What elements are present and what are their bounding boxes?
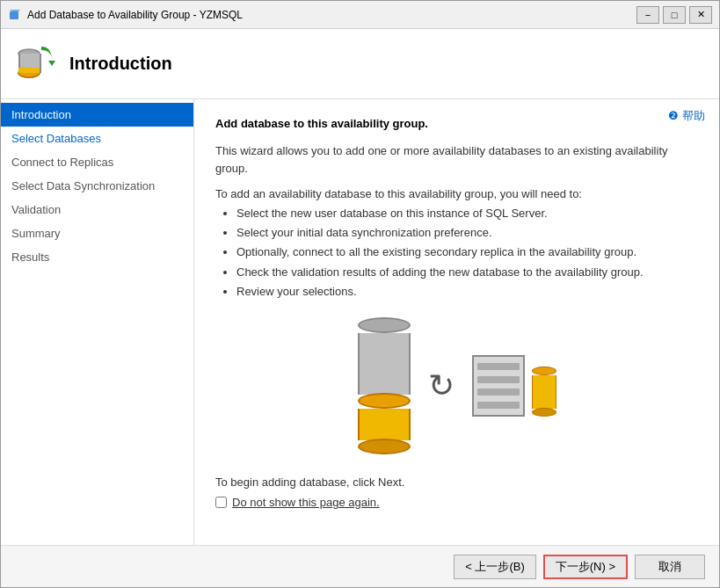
- intro-text: This wizard allows you to add one or mor…: [215, 142, 698, 177]
- content-area: Introduction Select Databases Connect to…: [1, 99, 719, 545]
- title-bar: Add Database to Availability Group - YZM…: [1, 1, 719, 29]
- target-cyl-body: [532, 375, 556, 409]
- svg-marker-1: [10, 10, 20, 11]
- dont-show-checkbox[interactable]: [215, 497, 227, 508]
- help-link[interactable]: ❷ 帮助: [668, 108, 705, 124]
- window-title: Add Database to Availability Group - YZM…: [27, 9, 636, 21]
- header-title: Introduction: [69, 54, 172, 74]
- sidebar: Introduction Select Databases Connect to…: [1, 99, 194, 545]
- server-box: [472, 355, 525, 417]
- sync-arrow-icon: ↻: [428, 367, 455, 404]
- next-button[interactable]: 下一步(N) >: [543, 555, 628, 579]
- footer: < 上一步(B) 下一步(N) > 取消: [1, 545, 719, 587]
- steps-section: To add an availability database to this …: [215, 187, 698, 300]
- target-cyl-bottom: [532, 408, 556, 417]
- bottom-text: To begin adding database, click Next.: [215, 475, 698, 489]
- main-window: Add Database to Availability Group - YZM…: [0, 0, 720, 588]
- dont-show-label: Do not show this page again.: [232, 496, 380, 509]
- checkbox-row: Do not show this page again.: [215, 496, 698, 509]
- target-db-cylinder: [532, 367, 556, 417]
- diagram-area: ↻: [215, 317, 698, 454]
- back-button[interactable]: < 上一步(B): [454, 555, 536, 579]
- maximize-button[interactable]: □: [663, 6, 686, 24]
- server-slot-4: [477, 402, 520, 409]
- step-5: Review your selections.: [236, 284, 698, 300]
- bottom-section: To begin adding database, click Next. Do…: [215, 475, 698, 509]
- sidebar-item-connect-replicas: Connect to Replicas: [1, 150, 193, 174]
- window-icon: [8, 8, 22, 22]
- steps-list: Select the new user database on this ins…: [236, 206, 698, 300]
- server-slot-3: [477, 388, 520, 396]
- svg-rect-8: [18, 68, 40, 73]
- sidebar-item-validation: Validation: [1, 198, 193, 221]
- main-title: Add database to this availability group.: [215, 117, 698, 130]
- window-controls: − □ ✕: [636, 6, 712, 24]
- target-cyl-top: [532, 367, 556, 375]
- step-4: Check the validation results of adding t…: [236, 265, 698, 280]
- minimize-button[interactable]: −: [636, 6, 659, 24]
- main-panel: ❷ 帮助 Add database to this availability g…: [194, 99, 719, 545]
- source-db-icon: [358, 317, 411, 454]
- sidebar-item-summary: Summary: [1, 221, 193, 245]
- step-1: Select the new user database on this ins…: [236, 206, 698, 221]
- svg-rect-0: [10, 11, 18, 19]
- server-slot-1: [477, 363, 520, 370]
- header-icon: [15, 43, 57, 85]
- sidebar-item-introduction[interactable]: Introduction: [1, 103, 193, 127]
- target-server-icon: [472, 355, 556, 417]
- sidebar-item-results: Results: [1, 245, 193, 269]
- step-3: Optionally, connect to all the existing …: [236, 244, 698, 260]
- server-slot-2: [477, 376, 520, 383]
- sidebar-item-select-sync: Select Data Synchronization: [1, 174, 193, 198]
- step-2: Select your initial data synchronization…: [236, 225, 698, 241]
- steps-intro: To add an availability database to this …: [215, 187, 698, 200]
- cancel-button[interactable]: 取消: [635, 555, 705, 579]
- header-area: Introduction: [1, 29, 719, 99]
- sidebar-item-select-databases[interactable]: Select Databases: [1, 127, 193, 150]
- close-button[interactable]: ✕: [689, 6, 712, 24]
- svg-rect-6: [40, 54, 41, 73]
